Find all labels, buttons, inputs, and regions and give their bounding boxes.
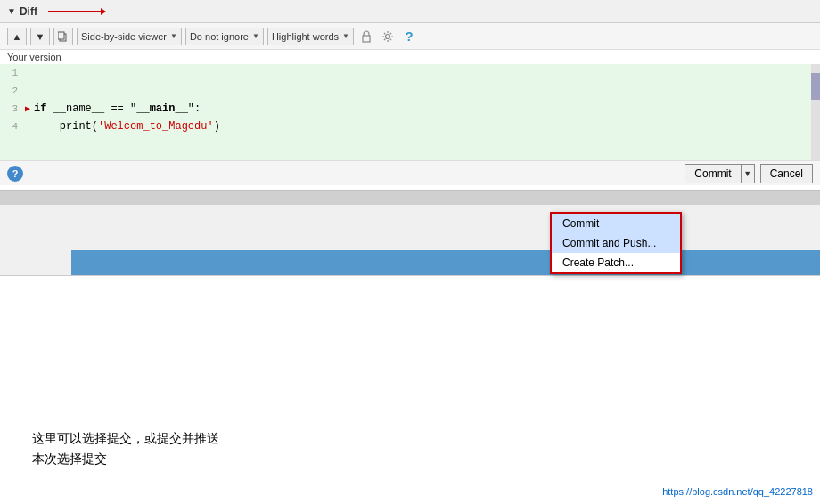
top-panel: ▼ Diff ▲ ▼ Side-by-side viewer ▼ Do not … [0,0,820,191]
settings-icon [381,30,394,43]
diff-title: Diff [20,5,37,18]
line-number-4: 4 [0,121,21,132]
version-label: Your version [0,50,820,64]
copy-button[interactable] [53,28,73,45]
lock-icon [361,30,372,43]
line-number-3: 3 [0,103,21,114]
commit-button-group[interactable]: Commit ▼ [685,164,754,183]
code-line-4: 4 print('Welcom_to_Magedu') [0,118,820,135]
commit-button[interactable]: Commit [685,164,740,183]
diff-toolbar: ▲ ▼ Side-by-side viewer ▼ Do not ignore … [0,23,820,50]
commit-dropdown-arrow[interactable]: ▼ [741,164,755,183]
viewer-dropdown[interactable]: Side-by-side viewer ▼ [77,28,182,45]
action-help-icon[interactable]: ? [7,166,23,182]
scrollbar-thumb[interactable] [811,73,820,100]
panel-separator [0,191,820,205]
menu-item-commit-push[interactable]: Commit and Push... [552,233,680,253]
line-arrow-3: ▶ [21,103,34,114]
highlight-dropdown[interactable]: Highlight words ▼ [267,28,354,45]
code-line-1: 1 [0,64,820,82]
settings-button[interactable] [379,28,397,45]
diff-arrow-line [48,11,102,12]
viewer-dropdown-arrow: ▼ [170,32,177,40]
ignore-dropdown-arrow: ▼ [252,32,259,40]
cancel-button[interactable]: Cancel [760,164,813,183]
help-button[interactable]: ? [400,28,418,45]
description-line1: 这里可以选择提交，或提交并推送 [32,428,219,448]
diff-arrow-head [101,8,106,15]
scroll-up-button[interactable]: ▲ [7,28,27,45]
diff-collapse-icon[interactable]: ▼ [7,6,16,16]
blue-progress-bar [71,250,820,275]
menu-item-commit[interactable]: Commit [552,214,680,233]
watermark: https://blog.csdn.net/qq_42227818 [662,486,813,497]
line-content-4: print('Welcom_to_Magedu') [34,120,220,133]
code-line-3: 3 ▶ if __name__ == "__main__": [0,100,820,118]
lock-button[interactable] [357,28,375,45]
highlight-dropdown-arrow: ▼ [342,32,349,40]
description-area: 这里可以选择提交，或提交并推送 本次选择提交 [32,428,219,468]
line-number-2: 2 [0,85,21,96]
menu-item-create-patch[interactable]: Create Patch... [552,253,680,272]
svg-point-3 [386,34,390,38]
menu-underline-p: P [623,237,630,249]
ignore-label: Do not ignore [190,31,249,42]
commit-context-menu: Commit Commit and Push... Create Patch..… [550,212,682,274]
viewer-label: Side-by-side viewer [81,31,167,42]
highlight-label: Highlight words [272,31,339,42]
code-area: 1 2 3 ▶ if __name__ == "__main__": 4 pri… [0,64,820,160]
ignore-dropdown[interactable]: Do not ignore ▼ [185,28,264,45]
diff-header: ▼ Diff [0,0,820,23]
line-number-1: 1 [0,68,21,78]
svg-rect-1 [58,32,64,39]
line-content-3: if __name__ == "__main__": [34,102,201,115]
code-line-2: 2 [0,82,820,100]
svg-rect-2 [363,36,370,42]
description-line2: 本次选择提交 [32,449,219,468]
scroll-down-button[interactable]: ▼ [30,28,50,45]
copy-icon [58,31,69,42]
action-bar: ? Commit ▼ Cancel [0,160,820,185]
bottom-panel: Commit Commit and Push... Create Patch..… [0,205,820,504]
vertical-scrollbar[interactable] [811,64,820,160]
